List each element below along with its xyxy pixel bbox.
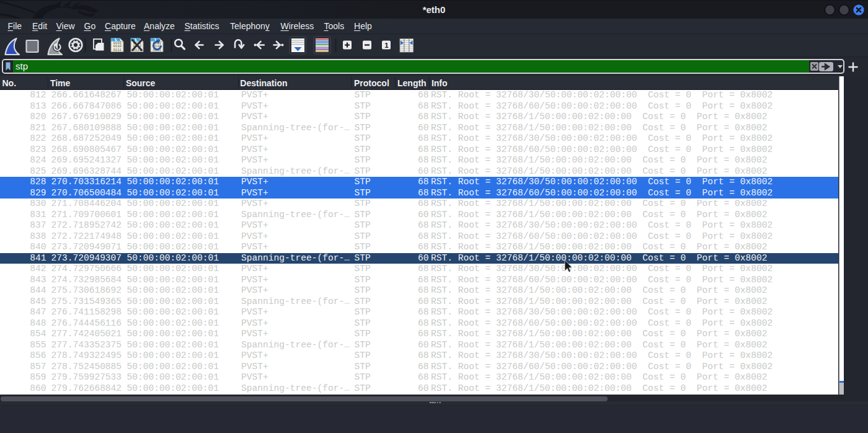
svg-text:1: 1 <box>384 42 389 49</box>
svg-text:0111: 0111 <box>113 48 122 52</box>
